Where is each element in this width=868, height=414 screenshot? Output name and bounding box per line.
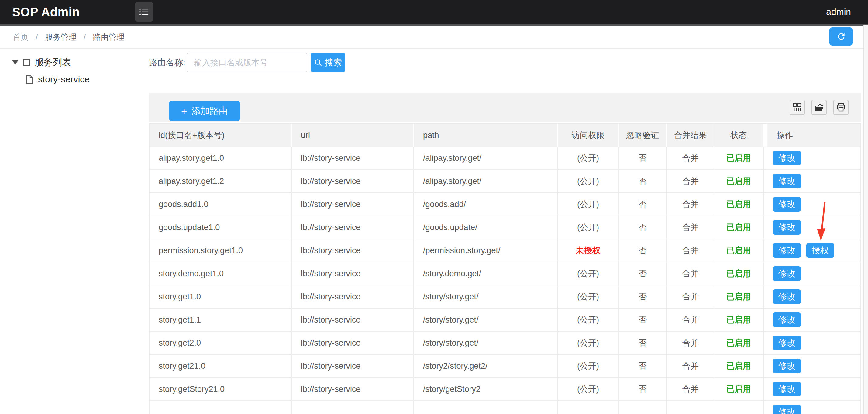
search-button-label: 搜索 bbox=[325, 57, 342, 68]
route-search-form: 路由名称: 搜索 bbox=[149, 53, 345, 72]
cell-path: /permission.story.get/ bbox=[414, 239, 558, 262]
navbar-bottom-strip bbox=[0, 24, 868, 26]
refresh-button[interactable] bbox=[829, 27, 853, 46]
service-tree: 服务列表 story-service bbox=[12, 56, 90, 86]
cell-id: story.getStory21.0 bbox=[150, 378, 292, 401]
edit-button[interactable]: 修改 bbox=[773, 151, 801, 165]
cell-path: /alipay.story.get/ bbox=[414, 170, 558, 193]
cell-uri: lb://story-service bbox=[292, 262, 414, 286]
cell-uri: lb://story-service bbox=[292, 286, 414, 308]
route-panel: + 添加路由 bbox=[149, 93, 861, 414]
table-row: story.get2.0lb://story-service/story/sto… bbox=[150, 332, 860, 355]
cell-path: /story.demo.get/ bbox=[414, 262, 558, 286]
columns-icon bbox=[793, 103, 802, 112]
search-icon bbox=[314, 58, 322, 67]
edit-button[interactable]: 修改 bbox=[773, 220, 801, 235]
edit-button[interactable]: 修改 bbox=[773, 266, 801, 281]
cell-ignore-validation: 否 bbox=[619, 355, 667, 378]
edit-button[interactable]: 修改 bbox=[773, 243, 801, 258]
cell-uri: lb://story-service bbox=[292, 239, 414, 262]
add-route-button[interactable]: + 添加路由 bbox=[169, 100, 240, 121]
user-menu[interactable]: admin bbox=[826, 0, 851, 24]
cell-permission: (公开) bbox=[558, 308, 619, 332]
edit-button[interactable]: 修改 bbox=[773, 197, 801, 212]
cell-permission: (公开) bbox=[558, 262, 619, 286]
cell-uri bbox=[292, 401, 414, 414]
cell-id: alipay.story.get1.2 bbox=[150, 170, 292, 193]
table-row: story.get21.0lb://story-service/story2/s… bbox=[150, 355, 860, 378]
cell-uri: lb://story-service bbox=[292, 378, 414, 401]
cell-permission: (公开) bbox=[558, 286, 619, 308]
top-navbar: SOP Admin admin bbox=[0, 0, 868, 24]
tree-node-service-list[interactable]: 服务列表 bbox=[12, 56, 90, 69]
cell-permission: (公开) bbox=[558, 147, 619, 170]
cell-id: story.get21.0 bbox=[150, 355, 292, 378]
edit-button[interactable]: 修改 bbox=[773, 382, 801, 396]
cell-merge-result: 合并 bbox=[667, 308, 714, 332]
cell-ignore-validation: 否 bbox=[619, 147, 667, 170]
add-route-label: 添加路由 bbox=[191, 105, 228, 117]
cell-ignore-validation: 否 bbox=[619, 308, 667, 332]
cell-path: /story/story.get/ bbox=[414, 308, 558, 332]
edit-button[interactable]: 修改 bbox=[773, 174, 801, 188]
edit-button[interactable]: 修改 bbox=[773, 335, 801, 350]
breadcrumb-item-service[interactable]: 服务管理 bbox=[45, 32, 76, 42]
vertical-scrollbar[interactable] bbox=[863, 25, 868, 414]
export-button[interactable] bbox=[811, 100, 827, 115]
toggle-columns-button[interactable] bbox=[789, 100, 805, 115]
table-toolbar: + 添加路由 bbox=[149, 93, 861, 122]
cell-status bbox=[714, 401, 764, 414]
cell-merge-result: 合并 bbox=[667, 170, 714, 193]
cell-actions: 修改 bbox=[764, 355, 860, 378]
edit-button[interactable]: 修改 bbox=[773, 405, 801, 414]
cell-uri: lb://story-service bbox=[292, 308, 414, 332]
column-header: uri bbox=[292, 124, 414, 147]
cell-path: /story/story.get/ bbox=[414, 286, 558, 308]
table-row: permission.story.get1.0lb://story-servic… bbox=[150, 239, 860, 262]
caret-down-icon[interactable] bbox=[12, 60, 18, 64]
cell-merge-result: 合并 bbox=[667, 239, 714, 262]
cell-actions: 修改 bbox=[764, 193, 860, 216]
square-icon bbox=[23, 59, 30, 66]
search-button[interactable]: 搜索 bbox=[311, 53, 345, 72]
cell-id: goods.update1.0 bbox=[150, 216, 292, 239]
cell-path: /story/getStory2 bbox=[414, 378, 558, 401]
sidebar-toggle-button[interactable] bbox=[135, 2, 153, 22]
cell-ignore-validation: 否 bbox=[619, 332, 667, 355]
authorize-button[interactable]: 授权 bbox=[806, 243, 834, 258]
cell-status: 已启用 bbox=[714, 378, 764, 401]
column-header: 访问权限 bbox=[558, 124, 619, 147]
edit-button[interactable]: 修改 bbox=[773, 289, 801, 304]
cell-merge-result: 合并 bbox=[667, 262, 714, 286]
table-row: goods.update1.0lb://story-service/goods.… bbox=[150, 216, 860, 239]
cell-merge-result: 合并 bbox=[667, 355, 714, 378]
breadcrumb-item-home[interactable]: 首页 bbox=[13, 32, 29, 42]
cell-id bbox=[150, 401, 292, 414]
edit-button[interactable]: 修改 bbox=[773, 359, 801, 373]
table-row: story.demo.get1.0lb://story-service/stor… bbox=[150, 262, 860, 286]
cell-actions: 修改 bbox=[764, 332, 860, 355]
cell-id: alipay.story.get1.0 bbox=[150, 147, 292, 170]
cell-uri: lb://story-service bbox=[292, 147, 414, 170]
cell-status: 已启用 bbox=[714, 262, 764, 286]
route-name-input[interactable] bbox=[187, 53, 307, 72]
cell-merge-result: 合并 bbox=[667, 286, 714, 308]
edit-button[interactable]: 修改 bbox=[773, 313, 801, 327]
username-label: admin bbox=[826, 7, 851, 17]
cell-merge-result: 合并 bbox=[667, 193, 714, 216]
cell-status: 已启用 bbox=[714, 147, 764, 170]
tree-node-story-service[interactable]: story-service bbox=[26, 72, 90, 86]
cell-permission: (公开) bbox=[558, 216, 619, 239]
breadcrumb-bar: 首页 / 服务管理 / 路由管理 bbox=[0, 26, 868, 49]
cell-path: /goods.update/ bbox=[414, 216, 558, 239]
cell-permission bbox=[558, 401, 619, 414]
column-header: 合并结果 bbox=[667, 124, 714, 147]
cell-merge-result bbox=[667, 401, 714, 414]
cell-uri: lb://story-service bbox=[292, 170, 414, 193]
cell-id: story.get1.1 bbox=[150, 308, 292, 332]
cell-status: 已启用 bbox=[714, 239, 764, 262]
cell-path: /goods.add/ bbox=[414, 193, 558, 216]
print-button[interactable] bbox=[833, 100, 848, 115]
table-row: story.getStory21.0lb://story-service/sto… bbox=[150, 378, 860, 401]
cell-status: 已启用 bbox=[714, 193, 764, 216]
